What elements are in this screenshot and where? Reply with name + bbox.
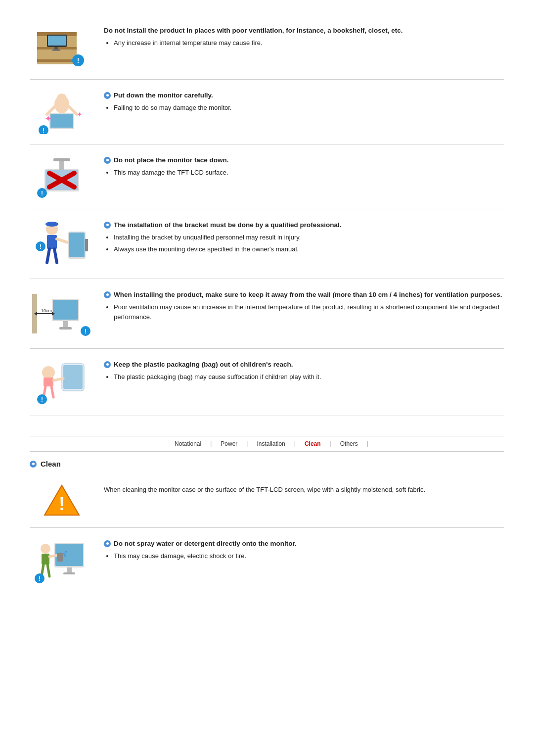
svg-text:!: ! [41, 190, 43, 197]
svg-rect-43 [63, 321, 68, 327]
bullet-circle-icon [104, 361, 111, 368]
svg-rect-7 [52, 49, 60, 51]
svg-rect-42 [53, 300, 78, 320]
section-wall-distance-bullets: Poor ventilation may cause an increase i… [114, 302, 504, 322]
svg-rect-5 [48, 36, 66, 46]
svg-rect-25 [53, 158, 70, 161]
svg-point-66 [41, 544, 50, 554]
svg-line-36 [47, 249, 49, 263]
svg-point-70 [63, 553, 65, 555]
section-no-spray-title: Do not spray water or detergent directly… [104, 540, 504, 547]
section-ventilation-image: ! [30, 25, 94, 69]
svg-rect-65 [63, 572, 75, 574]
put-down-illustration: ✦ ✦ ! [35, 90, 89, 134]
page: ! Do not install the product in places w… [0, 0, 534, 610]
section-clean-intro: ! When cleaning the monitor case or the … [30, 473, 504, 528]
bullet-circle-icon [104, 222, 111, 229]
section-bracket-bullets: Installing the bracket by unqualified pe… [114, 233, 504, 254]
svg-line-57 [51, 386, 53, 397]
warning-triangle-illustration: ! [42, 483, 82, 518]
section-wall-distance-image: 10cm ! [30, 289, 94, 338]
svg-rect-30 [48, 222, 55, 225]
bullet-circle-icon [104, 157, 111, 164]
svg-text:!: ! [39, 575, 41, 582]
svg-rect-44 [59, 327, 72, 330]
section-face-down-content: Do not place the monitor face down. This… [104, 154, 504, 180]
section-clean-intro-content: When cleaning the monitor case or the su… [104, 483, 504, 495]
svg-rect-54 [44, 378, 53, 386]
section-ventilation-content: Do not install the product in places wit… [104, 25, 504, 50]
svg-text:!: ! [85, 328, 87, 335]
nav-item-others[interactable]: Others [331, 439, 367, 448]
svg-text:✦: ✦ [77, 110, 83, 118]
section-put-down: ✦ ✦ ! Put down the monitor carefully. Fa… [30, 80, 504, 144]
bullet-item: Poor ventilation may cause an increase i… [114, 302, 504, 322]
svg-rect-6 [54, 47, 58, 49]
svg-rect-52 [63, 365, 83, 389]
section-bracket-image: ! [30, 219, 94, 269]
section-plastic-bag-bullets: The plastic packaging (bag) may cause su… [114, 372, 504, 382]
section-put-down-bullets: Failing to do so may damage the monitor. [114, 103, 504, 113]
section-no-spray-content: Do not spray water or detergent directly… [104, 538, 504, 563]
svg-text:10cm: 10cm [41, 308, 52, 313]
section-plastic-bag-image: ! [30, 359, 94, 406]
no-spray-illustration: ! [35, 538, 89, 585]
section-ventilation-bullets: Any increase in internal temperature may… [114, 38, 504, 48]
nav-item-power[interactable]: Power [212, 439, 246, 448]
svg-text:!: ! [59, 494, 65, 514]
svg-rect-34 [69, 233, 85, 257]
svg-point-53 [42, 366, 55, 379]
section-face-down-image: ! [30, 154, 94, 199]
svg-text:!: ! [43, 127, 44, 134]
section-no-spray: ! Do not spray water or detergent direct… [30, 528, 504, 595]
bullet-item: Always use the mounting device specified… [114, 244, 504, 254]
svg-text:!: ! [41, 396, 43, 403]
clean-bullet-circle-icon [30, 461, 37, 468]
svg-point-11 [57, 94, 67, 103]
svg-rect-3 [37, 59, 77, 62]
section-put-down-title: Put down the monitor carefully. [104, 92, 504, 99]
bullet-item: The plastic packaging (bag) may cause su… [114, 372, 504, 382]
ventilation-illustration: ! [35, 25, 89, 69]
section-wall-distance: 10cm ! When installing the product, make… [30, 279, 504, 349]
section-bracket: ! The installation of the bracket must b… [30, 209, 504, 279]
face-down-illustration: ! [35, 154, 89, 199]
bullet-circle-icon [104, 92, 111, 99]
section-ventilation: ! Do not install the product in places w… [30, 15, 504, 80]
clean-header-title: Clean [41, 460, 61, 468]
svg-point-72 [64, 555, 66, 557]
nav-separator: | [367, 440, 368, 447]
svg-line-32 [57, 239, 69, 243]
bullet-item: Installing the bracket by unqualified pe… [114, 233, 504, 242]
section-wall-distance-title: When installing the product, make sure t… [104, 291, 504, 298]
bullet-item: This may cause damage, electric shock or… [114, 551, 504, 561]
bullet-circle-icon [104, 291, 111, 298]
plastic-bag-illustration: ! [35, 359, 89, 406]
section-face-down-bullets: This may damage the TFT-LCD surface. [114, 168, 504, 178]
svg-line-12 [47, 107, 54, 114]
section-clean-intro-image: ! [30, 483, 94, 518]
nav-item-installation[interactable]: Installation [248, 439, 294, 448]
section-no-spray-bullets: This may cause damage, electric shock or… [114, 551, 504, 561]
svg-line-37 [54, 249, 57, 263]
svg-text:!: ! [40, 243, 42, 250]
bullet-item: Any increase in internal temperature may… [114, 38, 504, 48]
wall-distance-illustration: 10cm ! [32, 289, 91, 338]
section-plastic-bag-title: Keep the plastic packaging (bag) out of … [104, 361, 504, 368]
svg-rect-15 [50, 114, 73, 128]
bullet-item: This may damage the TFT-LCD surface. [114, 168, 504, 178]
section-no-spray-image: ! [30, 538, 94, 585]
svg-rect-31 [47, 235, 57, 249]
svg-rect-35 [85, 239, 88, 251]
section-put-down-content: Put down the monitor carefully. Failing … [104, 90, 504, 115]
clean-section-header: Clean [30, 460, 504, 468]
section-ventilation-title: Do not install the product in places wit… [104, 27, 504, 34]
nav-item-notational[interactable]: Notational [166, 439, 210, 448]
bullet-circle-icon [104, 540, 111, 547]
bullet-item: Failing to do so may damage the monitor. [114, 103, 504, 113]
nav-bar: Notational | Power | Installation | Clea… [30, 436, 504, 452]
nav-item-clean[interactable]: Clean [296, 439, 330, 448]
section-bracket-content: The installation of the bracket must be … [104, 219, 504, 256]
section-face-down: ! Do not place the monitor face down. Th… [30, 144, 504, 209]
svg-line-13 [69, 107, 77, 114]
